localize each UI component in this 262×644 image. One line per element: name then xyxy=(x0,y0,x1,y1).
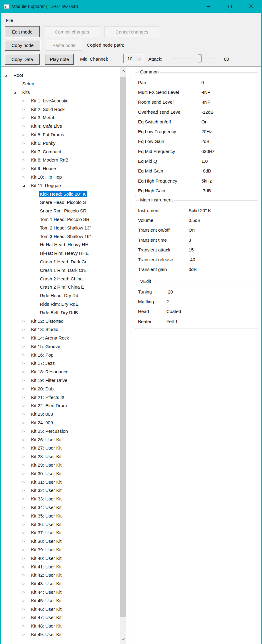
title-bar[interactable]: Module Explorer (TD-07 rev 0x0) xyxy=(0,0,262,13)
expand-icon[interactable]: ▷ xyxy=(23,523,30,526)
expand-icon[interactable]: ▷ xyxy=(23,319,30,323)
expand-icon[interactable]: ▷ xyxy=(23,404,30,407)
expand-icon[interactable]: ▷ xyxy=(23,345,30,348)
tree-item[interactable]: ▷Kit 45: User Kit xyxy=(1,596,120,605)
copy-data-button[interactable]: Copy Data xyxy=(5,54,40,65)
tree-item[interactable]: ▷Kit 49: User Kit xyxy=(1,630,120,639)
expand-icon[interactable]: ▷ xyxy=(23,624,30,628)
expand-icon[interactable]: ▷ xyxy=(23,446,30,450)
tree-item[interactable]: ▷Kit 38: User Kit xyxy=(1,537,120,546)
attack-slider-track[interactable] xyxy=(174,58,216,59)
tree-item[interactable]: Crash 1 Head: Dark Cr xyxy=(1,258,120,266)
expand-icon[interactable]: ▷ xyxy=(23,582,30,585)
expand-icon[interactable]: ▷ xyxy=(23,514,30,518)
expand-icon[interactable]: ▷ xyxy=(23,463,30,467)
tree-item[interactable]: ▷Kit 13: Studio xyxy=(1,325,120,334)
tree-item[interactable]: ▷Kit 8: Modern RnB xyxy=(1,156,120,164)
scroll-up-button[interactable] xyxy=(120,67,126,76)
tree-item[interactable]: ▷Kit 6: Punky xyxy=(1,139,120,147)
expand-icon[interactable]: ▷ xyxy=(23,599,30,602)
tree-item[interactable]: ▷Kit 27: User Kit xyxy=(1,444,120,452)
minimize-button[interactable] xyxy=(201,0,215,13)
tree-item[interactable]: ▷Kit 47: User Kit xyxy=(1,613,120,622)
expand-icon[interactable]: ▷ xyxy=(23,548,30,551)
tree-item[interactable]: ▷Kit 12: Distorted xyxy=(1,317,120,325)
tree-item[interactable]: ▷Kit 48: User Kit xyxy=(1,622,120,630)
tree-item[interactable]: ▷Kit 16: Pop xyxy=(1,350,120,359)
expand-icon[interactable]: ▷ xyxy=(23,158,30,162)
expand-icon[interactable]: ▷ xyxy=(23,539,30,543)
tree-item[interactable]: Snare Head: Piccolo S xyxy=(1,198,120,207)
tree-item[interactable]: Ride Rim: Dry RdE xyxy=(1,300,120,308)
tree-item[interactable]: ▷Kit 22: Elec-Drum xyxy=(1,401,120,410)
tree-item[interactable]: Crash 1 Rim: Dark CrE xyxy=(1,266,120,274)
scroll-down-button[interactable] xyxy=(120,634,126,643)
expand-icon[interactable]: ▷ xyxy=(23,116,30,119)
tree-item[interactable]: ▷Kit 18: Resonance xyxy=(1,368,120,376)
tree-item[interactable]: ▷Kit 46: User Kit xyxy=(1,605,120,613)
expand-icon[interactable]: ▷ xyxy=(23,438,30,441)
tree-item[interactable]: ▷Kit 44: User Kit xyxy=(1,588,120,596)
maximize-button[interactable] xyxy=(223,0,237,13)
tree-item[interactable]: ◢Kits xyxy=(1,88,120,97)
expand-icon[interactable]: ▷ xyxy=(23,167,30,170)
tree-item[interactable]: ▷Kit 14: Arena Rock xyxy=(1,334,120,342)
tree-item[interactable]: ▷Kit 25: Percussion xyxy=(1,427,120,435)
tree-item[interactable]: ◢Kit 11: Reggae xyxy=(1,181,120,190)
tree-item[interactable]: ▷Kit 42: User Kit xyxy=(1,571,120,579)
tree-item[interactable]: ▷Kit 20: Dub xyxy=(1,384,120,393)
expand-icon[interactable]: ▷ xyxy=(23,328,30,331)
tree-item[interactable]: ▷Kit 26: User Kit xyxy=(1,435,120,444)
tree-item[interactable]: ▷Kit 3: Metal xyxy=(1,113,120,122)
tree-item[interactable]: ▷Kit 21: Effects It! xyxy=(1,393,120,401)
tree-item[interactable]: ▷Kit 15: Groove xyxy=(1,342,120,351)
expand-icon[interactable]: ▷ xyxy=(23,387,30,390)
tree-item[interactable]: Snare Rim: Piccolo SR xyxy=(1,207,120,215)
tree-item[interactable]: ▷Kit 24: 909 xyxy=(1,418,120,427)
expand-icon[interactable]: ▷ xyxy=(23,573,30,577)
expand-icon[interactable]: ▷ xyxy=(23,336,30,340)
expand-icon[interactable]: ▷ xyxy=(23,506,30,509)
tree-item[interactable]: Ride Head: Dry Rd xyxy=(1,291,120,300)
tree-item[interactable]: ▷Kit 41: User Kit xyxy=(1,562,120,571)
expand-icon[interactable]: ▷ xyxy=(23,489,30,492)
tree-item[interactable]: ▷Kit 9: House xyxy=(1,164,120,173)
expand-icon[interactable]: ▷ xyxy=(23,141,30,145)
edit-mode-button[interactable]: Edit mode xyxy=(5,26,40,37)
menu-file[interactable]: File xyxy=(5,17,14,23)
expand-icon[interactable]: ▷ xyxy=(23,455,30,458)
tree-item[interactable]: ▷Kit 30: User Kit xyxy=(1,469,120,478)
tree-item[interactable]: ▷Kit 31: User Kit xyxy=(1,478,120,486)
expand-icon[interactable]: ▷ xyxy=(23,531,30,534)
tree-item[interactable]: ▷Kit 34: User Kit xyxy=(1,503,120,512)
tree-item[interactable]: Hi-Hat Rim: Heavy HHE xyxy=(1,249,120,258)
expand-icon[interactable]: ▷ xyxy=(23,412,30,416)
tree-item[interactable]: ▷Kit 29: User Kit xyxy=(1,461,120,469)
tree-item[interactable]: Tom 1 Head: Piccolo SR xyxy=(1,215,120,224)
expand-icon[interactable]: ▷ xyxy=(23,99,30,102)
tree-item[interactable]: ▷Kit 35: User Kit xyxy=(1,511,120,520)
tree-item[interactable]: ▷Kit 40: User Kit xyxy=(1,554,120,562)
tree-item[interactable]: Kick Head: Solid 20" K xyxy=(1,190,120,198)
tree-item[interactable]: ▷Kit 7: Compact xyxy=(1,147,120,156)
tree-item[interactable]: ▷Kit 4: Cafe Live xyxy=(1,122,120,130)
expand-icon[interactable]: ▷ xyxy=(23,124,30,128)
tree-item[interactable]: Tom 2 Head: Shallow 13" xyxy=(1,223,120,232)
expand-icon[interactable]: ▷ xyxy=(23,108,30,111)
expand-icon[interactable]: ▷ xyxy=(23,607,30,611)
expand-icon[interactable]: ▷ xyxy=(23,590,30,594)
expand-icon[interactable]: ▷ xyxy=(23,472,30,475)
copy-node-button[interactable]: Copy node xyxy=(5,40,40,51)
tree-item[interactable]: ▷Kit 2: Solid Rock xyxy=(1,105,120,113)
close-button[interactable] xyxy=(244,0,258,13)
tree-item[interactable]: ▷Kit 19: Filter Drive xyxy=(1,376,120,385)
tree-item[interactable]: ▷Kit 43: User Kit xyxy=(1,579,120,588)
tree-item[interactable]: Hi-Hat Head: Heavy HH xyxy=(1,240,120,249)
tree-item[interactable]: ▷Kit 36: User Kit xyxy=(1,520,120,528)
expand-icon[interactable]: ▷ xyxy=(23,616,30,619)
tree-item[interactable]: ▷Kit 17: Jazz xyxy=(1,359,120,368)
expand-icon[interactable]: ▷ xyxy=(23,480,30,484)
tree-item[interactable]: Crash 2 Rim: China E xyxy=(1,283,120,291)
tree-item[interactable]: ▷Kit 33: User Kit xyxy=(1,495,120,503)
tree-item[interactable]: Tom 3 Head: Shallow 16" xyxy=(1,232,120,240)
